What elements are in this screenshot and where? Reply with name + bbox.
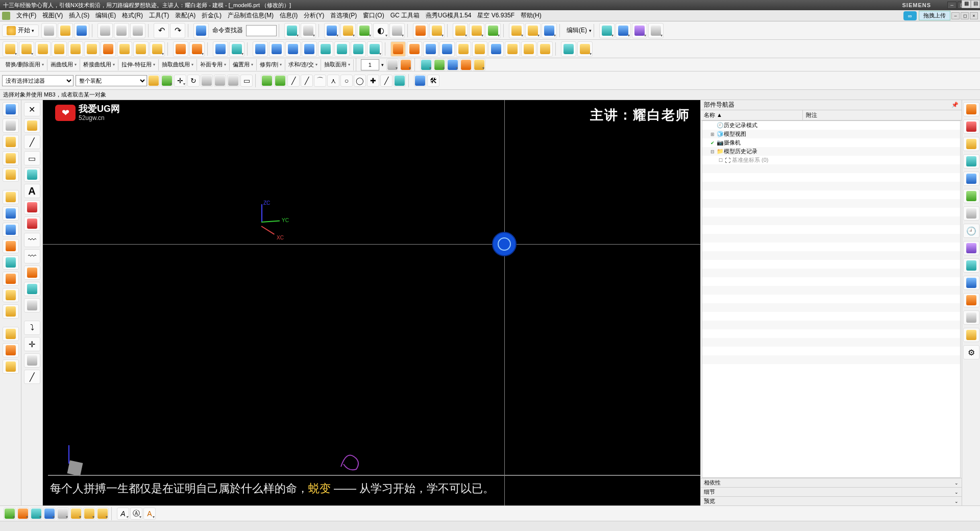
rb-15[interactable]: ⚙: [963, 345, 979, 359]
lb2-text[interactable]: A: [24, 184, 40, 198]
tool-e3[interactable]: [542, 23, 557, 38]
tool-b5[interactable]: [389, 23, 405, 38]
cut-button[interactable]: [97, 23, 113, 38]
mt-19[interactable]: [318, 41, 333, 57]
ct-b5[interactable]: [447, 59, 459, 71]
mt-21[interactable]: [351, 41, 366, 57]
menu-analysis[interactable]: 分析(Y): [301, 11, 327, 20]
mt-2[interactable]: [19, 41, 34, 57]
lb2-8[interactable]: 〰: [24, 233, 40, 247]
ct-boolean[interactable]: 求和/连/交: [285, 59, 321, 70]
ct-offset[interactable]: 偏置用: [230, 59, 257, 70]
bt-6[interactable]: [70, 508, 82, 520]
lb1-14[interactable]: [3, 327, 19, 341]
tool-f4[interactable]: [648, 23, 664, 38]
lb1-10[interactable]: [3, 255, 19, 270]
mt-24[interactable]: [407, 41, 422, 57]
mdi-close-button[interactable]: ×: [970, 12, 978, 19]
ct-extract-face[interactable]: 抽取面用: [321, 59, 354, 70]
mt-4[interactable]: [52, 41, 67, 57]
menu-yanxiu[interactable]: 燕秀UG模具1.54: [423, 11, 474, 20]
lb1-16[interactable]: [3, 359, 19, 374]
menu-file[interactable]: 文件(F): [13, 11, 39, 20]
view-toggle-1[interactable]: ▦: [962, 0, 971, 8]
start-button[interactable]: 开始 ▾: [2, 25, 39, 37]
col-note[interactable]: 附注: [803, 110, 962, 120]
cmd-finder-icon[interactable]: [193, 23, 209, 38]
menu-insert[interactable]: 插入(S): [66, 11, 92, 20]
mt-12[interactable]: [189, 41, 205, 57]
snap-5[interactable]: ⌒: [314, 75, 326, 87]
mt-20[interactable]: [334, 41, 350, 57]
rb-12[interactable]: [963, 293, 979, 307]
mt-31[interactable]: [521, 41, 536, 57]
lb2-7[interactable]: [24, 216, 40, 231]
snap-2[interactable]: [274, 75, 286, 87]
snap-11[interactable]: [394, 75, 406, 87]
ct-patch-face[interactable]: 补面专用: [197, 59, 230, 70]
rb-5[interactable]: [963, 172, 979, 186]
mt-7[interactable]: [101, 41, 116, 57]
ct-trim-split[interactable]: 修剪/割: [257, 59, 285, 70]
ct-b6[interactable]: [460, 59, 472, 71]
lb1-8[interactable]: [3, 223, 19, 237]
copy-button[interactable]: [114, 23, 129, 38]
rb-9[interactable]: [963, 241, 979, 255]
mt-25[interactable]: [423, 41, 438, 57]
scope-select[interactable]: 整个装配: [76, 75, 147, 86]
st-5[interactable]: [201, 75, 213, 87]
lb1-7[interactable]: [3, 206, 19, 221]
rb-3[interactable]: [963, 137, 979, 151]
mt-9[interactable]: [133, 41, 149, 57]
bt-5[interactable]: [57, 508, 69, 520]
mt-27[interactable]: [456, 41, 471, 57]
ct-extract-curve[interactable]: 抽取曲线用: [159, 59, 197, 70]
fold-preview[interactable]: 预览⌄: [701, 496, 962, 505]
tool-b2[interactable]: [340, 23, 356, 38]
col-name[interactable]: 名称 ▲: [701, 110, 803, 120]
lb2-11[interactable]: [24, 282, 40, 296]
menu-tools[interactable]: 工具(T): [146, 11, 172, 20]
snap-6[interactable]: ⋏: [327, 75, 339, 87]
tool-f2[interactable]: [616, 23, 631, 38]
lb2-13[interactable]: ⤵: [24, 321, 40, 335]
menu-assembly[interactable]: 装配(A): [172, 11, 199, 20]
rb-1[interactable]: [963, 102, 979, 116]
open-button[interactable]: [58, 23, 73, 38]
lb1-12[interactable]: [3, 288, 19, 302]
ct-extrude-feature[interactable]: 拉伸-特征用: [118, 59, 159, 70]
snap-8[interactable]: ◯: [354, 75, 366, 87]
view-toggle-2[interactable]: ▤: [971, 0, 980, 8]
bt-9[interactable]: A: [117, 508, 129, 520]
menu-view[interactable]: 视图(V): [39, 11, 66, 20]
tool-d1[interactable]: [453, 23, 468, 38]
st-3[interactable]: ✛: [174, 75, 186, 87]
num-input[interactable]: [361, 59, 379, 70]
bt-8[interactable]: [96, 508, 109, 520]
ct-bridge-curve[interactable]: 桥接曲线用: [80, 59, 118, 70]
mt-17[interactable]: [285, 41, 301, 57]
snap-4[interactable]: ╱: [301, 75, 313, 87]
st-tools[interactable]: 🛠: [427, 75, 439, 87]
tool-a1[interactable]: [284, 23, 300, 38]
snap-1[interactable]: [261, 75, 273, 87]
ct-b7[interactable]: [473, 59, 485, 71]
menu-format[interactable]: 格式(R): [119, 11, 146, 20]
bt-3[interactable]: [30, 508, 42, 520]
tool-b4[interactable]: ◐: [373, 23, 388, 38]
mt-28[interactable]: [472, 41, 487, 57]
mt-32[interactable]: [537, 41, 553, 57]
tool-b3[interactable]: [357, 23, 372, 38]
st-2[interactable]: [161, 75, 173, 87]
lb2-10[interactable]: [24, 266, 40, 280]
mt-6[interactable]: [84, 41, 100, 57]
redo-button[interactable]: ↷: [170, 23, 185, 38]
mt-22[interactable]: [367, 41, 382, 57]
tool-f1[interactable]: [599, 23, 615, 38]
lb2-5[interactable]: [24, 167, 40, 182]
lb1-1[interactable]: [3, 102, 19, 116]
lb2-6[interactable]: [24, 200, 40, 214]
st-7[interactable]: [227, 75, 239, 87]
ct-b1[interactable]: [386, 59, 399, 71]
cloud-icon[interactable]: ∞: [903, 11, 917, 20]
